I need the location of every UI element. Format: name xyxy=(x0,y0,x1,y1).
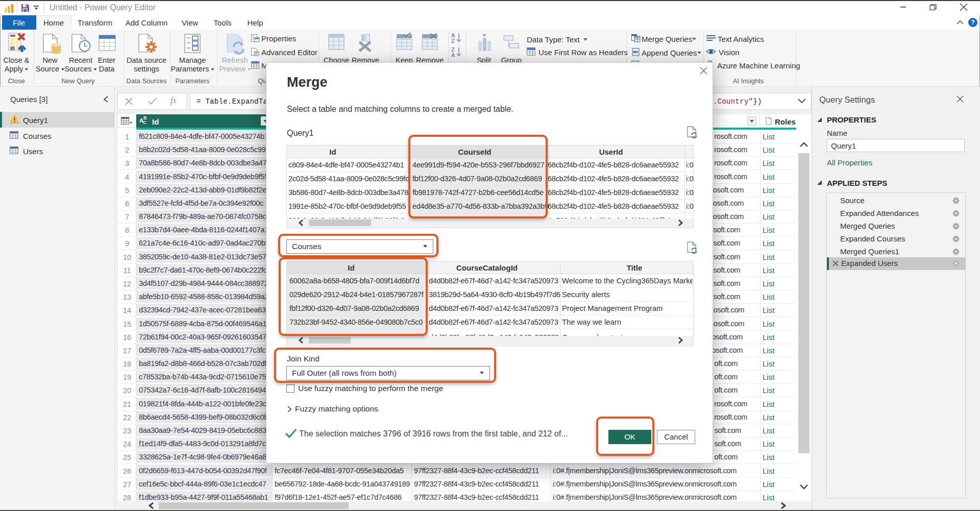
svg-text:Z: Z xyxy=(451,38,455,44)
svg-text:A: A xyxy=(451,52,455,58)
